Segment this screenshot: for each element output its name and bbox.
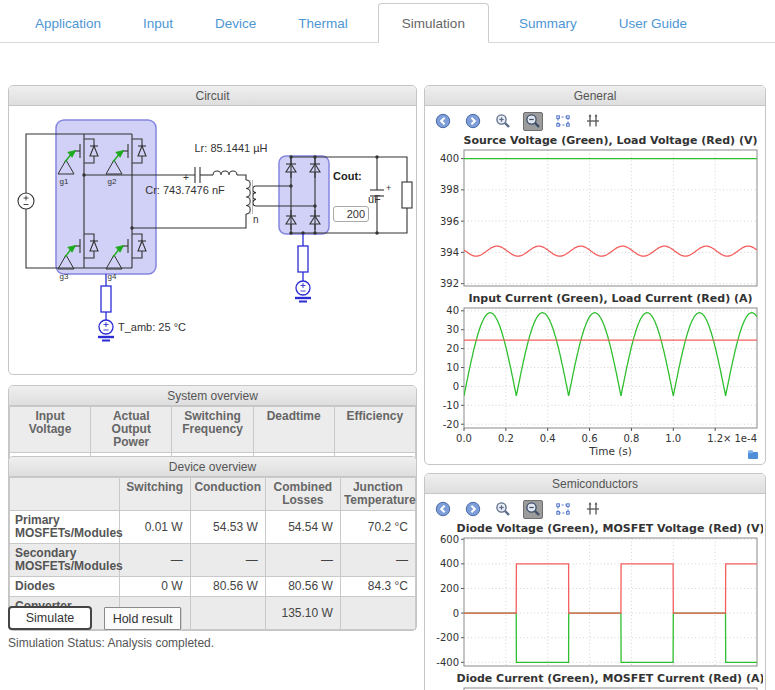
col-header-input-voltage: Input Voltage bbox=[10, 407, 91, 453]
svg-text:-200: -200 bbox=[436, 632, 459, 643]
svg-text:20: 20 bbox=[446, 343, 459, 354]
tab-user-guide[interactable]: User Guide bbox=[619, 4, 687, 42]
cell-value bbox=[190, 597, 265, 630]
chart-source-load-voltage[interactable]: 392394396398400Source Voltage (Green), L… bbox=[428, 134, 763, 292]
col-header-conduction: Conduction bbox=[190, 478, 265, 511]
svg-text:400: 400 bbox=[439, 558, 458, 569]
circuit-panel: Circuit bbox=[8, 85, 417, 375]
history-back-icon[interactable] bbox=[433, 112, 453, 131]
cout-capacitance-input[interactable] bbox=[333, 206, 369, 222]
svg-text:392: 392 bbox=[439, 278, 458, 289]
cout-plus-sign: + bbox=[386, 183, 391, 193]
svg-text:0.0: 0.0 bbox=[456, 433, 472, 444]
col-header-junction-temperature: Junction Temperature bbox=[340, 478, 415, 511]
thermal-network-primary bbox=[98, 274, 114, 341]
svg-text:Input Current (Green), Load Cu: Input Current (Green), Load Current (Red… bbox=[468, 292, 752, 305]
zoom-rectangle-icon[interactable] bbox=[553, 500, 573, 519]
simulation-app: { "tabs": { "items": [ {"label": "Applic… bbox=[0, 0, 775, 690]
svg-text:× 1e-4: × 1e-4 bbox=[722, 433, 756, 444]
cell-value bbox=[340, 597, 415, 630]
chart-diode-mosfet-current[interactable]: -40-2002040Diode Current (Green), MOSFET… bbox=[428, 672, 763, 690]
svg-text:400: 400 bbox=[439, 153, 458, 164]
general-panel: General 392394396398400Source Voltage (G… bbox=[424, 85, 766, 465]
circuit-panel-title: Circuit bbox=[9, 86, 416, 106]
cout-unit-label: uF bbox=[368, 193, 381, 205]
zoom-out-icon[interactable] bbox=[523, 500, 543, 519]
chart-input-load-current[interactable]: -20-10010203040Input Current (Green), Lo… bbox=[428, 292, 763, 470]
cell-value: 80.56 W bbox=[265, 577, 340, 597]
row-label: Primary MOSFETs/Modules bbox=[10, 511, 120, 544]
svg-text:Time (s): Time (s) bbox=[588, 445, 632, 457]
device-col-empty bbox=[10, 478, 120, 511]
svg-text:Diode Current (Green), MOSFET: Diode Current (Green), MOSFET Current (R… bbox=[456, 672, 763, 685]
chart-diode-mosfet-voltage[interactable]: -400-2000200400600Diode Voltage (Green),… bbox=[428, 522, 763, 672]
cell-value: 0 W bbox=[119, 577, 190, 597]
semiconductors-chart-toolbar bbox=[425, 494, 765, 522]
history-back-icon[interactable] bbox=[433, 500, 453, 519]
ambient-temperature-label: T_amb: 25 °C bbox=[118, 321, 186, 333]
svg-text:Source Voltage (Green), Load V: Source Voltage (Green), Load Voltage (Re… bbox=[463, 134, 757, 147]
svg-text:0.8: 0.8 bbox=[623, 433, 639, 444]
general-chart-toolbar bbox=[425, 106, 765, 134]
zoom-rectangle-icon[interactable] bbox=[553, 112, 573, 131]
row-label: Secondary MOSFETs/Modules bbox=[10, 544, 120, 577]
cell-value: — bbox=[340, 544, 415, 577]
cr-label: Cr: 743.7476 nF bbox=[145, 184, 225, 196]
col-header-switching: Switching bbox=[119, 478, 190, 511]
device-overview-panel: Device overview Switching Conduction Com… bbox=[8, 456, 417, 631]
hold-result-button[interactable]: Hold result bbox=[104, 607, 181, 630]
tab-summary[interactable]: Summary bbox=[519, 4, 577, 42]
cell-value: 80.56 W bbox=[190, 577, 265, 597]
tab-thermal[interactable]: Thermal bbox=[298, 4, 348, 42]
axes-adjust-icon[interactable] bbox=[583, 500, 603, 519]
turns-ratio-label: n bbox=[253, 214, 259, 225]
input-voltage-source bbox=[18, 193, 34, 209]
svg-text:396: 396 bbox=[439, 216, 458, 227]
gate-label-g1: g1 bbox=[60, 177, 69, 186]
svg-text:1.0: 1.0 bbox=[665, 433, 681, 444]
axes-adjust-icon[interactable] bbox=[583, 112, 603, 131]
history-forward-icon[interactable] bbox=[463, 112, 483, 131]
cell-value: — bbox=[265, 544, 340, 577]
svg-text:200: 200 bbox=[439, 583, 458, 594]
col-header-switching-frequency: Switching Frequency bbox=[172, 407, 253, 453]
zoom-in-icon[interactable] bbox=[493, 500, 513, 519]
simulate-button[interactable]: Simulate bbox=[8, 606, 92, 630]
svg-text:600: 600 bbox=[439, 534, 458, 545]
tab-input[interactable]: Input bbox=[143, 4, 173, 42]
svg-text:0: 0 bbox=[452, 608, 458, 619]
svg-text:40: 40 bbox=[446, 305, 459, 316]
main-tabbar: Application Input Device Thermal Simulat… bbox=[0, 0, 775, 43]
export-chart-icon[interactable] bbox=[747, 449, 759, 460]
svg-text:0.2: 0.2 bbox=[497, 433, 513, 444]
svg-text:-10: -10 bbox=[442, 400, 458, 411]
svg-text:30: 30 bbox=[446, 324, 459, 335]
svg-text:0: 0 bbox=[452, 381, 458, 392]
cout-label: Cout: bbox=[333, 170, 362, 182]
circuit-schematic: Lr: 85.1441 µH Cr: 743.7476 nF + n Cout:… bbox=[9, 106, 416, 374]
thermal-network-diodes bbox=[295, 234, 311, 302]
svg-text:398: 398 bbox=[439, 184, 458, 195]
svg-text:-20: -20 bbox=[442, 419, 458, 430]
zoom-out-icon[interactable] bbox=[523, 112, 543, 131]
system-overview-title: System overview bbox=[9, 386, 416, 406]
cell-value: 54.53 W bbox=[190, 511, 265, 544]
svg-text:Diode Voltage (Green), MOSFET: Diode Voltage (Green), MOSFET Voltage (R… bbox=[456, 522, 762, 535]
svg-text:1.2: 1.2 bbox=[707, 433, 723, 444]
gate-label-g3: g3 bbox=[60, 272, 69, 281]
tab-simulation[interactable]: Simulation bbox=[378, 3, 489, 43]
tab-device[interactable]: Device bbox=[215, 4, 256, 42]
lr-label: Lr: 85.1441 µH bbox=[195, 142, 268, 154]
col-header-actual-output-power: Actual Output Power bbox=[91, 407, 172, 453]
semiconductors-panel-title: Semiconductors bbox=[425, 474, 765, 494]
history-forward-icon[interactable] bbox=[463, 500, 483, 519]
table-row-primary-mosfets: Primary MOSFETs/Modules 0.01 W 54.53 W 5… bbox=[10, 511, 416, 544]
cell-value: — bbox=[190, 544, 265, 577]
zoom-in-icon[interactable] bbox=[493, 112, 513, 131]
cr-plus-sign: + bbox=[183, 172, 189, 183]
cell-value: 135.10 W bbox=[265, 597, 340, 630]
svg-text:0.4: 0.4 bbox=[539, 433, 555, 444]
gate-label-g4: g4 bbox=[108, 272, 117, 281]
cell-value: 84.3 °C bbox=[340, 577, 415, 597]
tab-application[interactable]: Application bbox=[35, 4, 101, 42]
